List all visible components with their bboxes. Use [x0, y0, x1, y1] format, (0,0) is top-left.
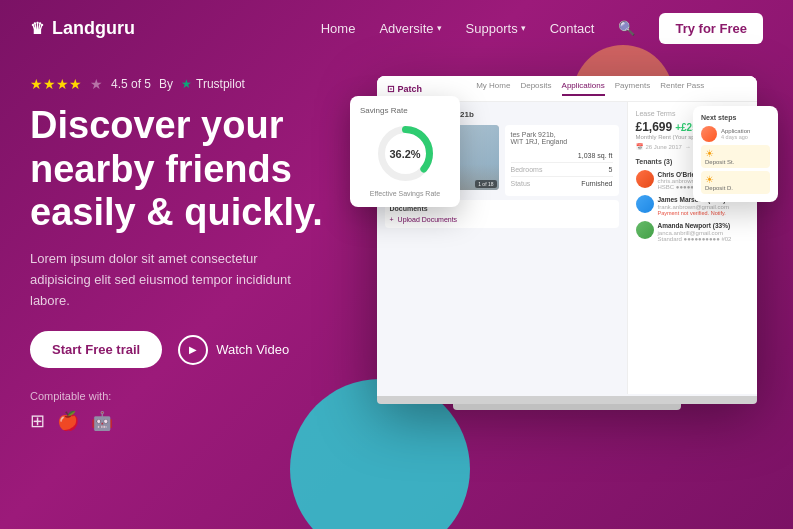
play-icon: ▶ [178, 335, 208, 365]
laptop-stand [453, 404, 681, 410]
donut-center: 36.2% [389, 148, 420, 160]
watch-video-button[interactable]: ▶ Watch Video [178, 335, 289, 365]
trustpilot-label: Trustpilot [196, 77, 245, 91]
stars-full: ★★★★ [30, 76, 82, 92]
next-item-info: Application 4 days ago [721, 128, 750, 140]
tenant-avatar-2 [636, 195, 654, 213]
savings-title: Savings Rate [360, 106, 450, 115]
start-free-trail-button[interactable]: Start Free trail [30, 331, 162, 368]
main-content: ★★★★ ★ 4.5 of 5 By ★ Trustpilot Discover… [0, 56, 793, 432]
app-name: Patch [398, 84, 423, 94]
tab-payments[interactable]: Payments [615, 81, 651, 96]
brand-name: Landguru [52, 18, 135, 39]
nav-adversite[interactable]: Adversite ▾ [379, 21, 441, 36]
upload-documents-button[interactable]: + Upload Documents [390, 216, 614, 223]
headline-line3: easily & quickly. [30, 191, 323, 233]
nav-supports-label: Supports [466, 21, 518, 36]
deposit-label-1: Deposit St. [705, 159, 766, 165]
bedrooms-label: Bedrooms [511, 166, 543, 173]
nav-contact[interactable]: Contact [550, 21, 595, 36]
android-icon: 🤖 [91, 410, 113, 432]
try-for-free-button[interactable]: Try for Free [659, 13, 763, 44]
plus-icon: + [390, 216, 394, 223]
property-details: tes Park 921b, WIT 1RJ, England 1,038 sq… [505, 125, 619, 196]
deposit-item-1: ☀ Deposit St. [701, 145, 770, 168]
tab-applications[interactable]: Applications [562, 81, 605, 96]
apple-icon: 🍎 [57, 410, 79, 432]
app-preview-section: Savings Rate 36.2% Effective Savings Rat… [370, 66, 763, 432]
nav-home[interactable]: Home [321, 21, 356, 36]
nav-links: Home Adversite ▾ Supports ▾ Contact 🔍 Tr… [321, 13, 763, 44]
tenant-avatar-1 [636, 170, 654, 188]
status-label: Status [511, 180, 531, 187]
nav-supports[interactable]: Supports ▾ [466, 21, 526, 36]
brand-logo[interactable]: ♛ Landguru [30, 18, 135, 39]
savings-label: Effective Savings Rate [360, 190, 450, 197]
headline-line2: nearby friends [30, 148, 292, 190]
donut-chart: 36.2% [373, 121, 438, 186]
upload-label: Upload Documents [398, 216, 458, 223]
tenant-name-3: Amanda Newport (33%) [658, 222, 731, 229]
nav-adversite-label: Adversite [379, 21, 433, 36]
next-time: 4 days ago [721, 134, 750, 140]
tenant-status-2: Payment not verified. Notify. [658, 210, 749, 216]
tenant-row: Amanda Newport (33%) janca.anbrill@gmail… [636, 221, 749, 242]
watch-video-label: Watch Video [216, 342, 289, 357]
deposit-item-2: ☀ Deposit D. [701, 171, 770, 194]
savings-value: 36.2% [389, 148, 420, 160]
tab-deposits[interactable]: Deposits [520, 81, 551, 96]
bedrooms-row: Bedrooms 5 [511, 163, 613, 177]
rating-by: By [159, 77, 173, 91]
photo-counter: 1 of 18 [475, 180, 496, 188]
search-icon[interactable]: 🔍 [618, 20, 635, 36]
app-tabs: My Home Deposits Applications Payments R… [434, 81, 746, 96]
cta-row: Start Free trail ▶ Watch Video [30, 331, 350, 368]
next-steps-title: Next steps [701, 114, 770, 121]
app-logo: ⊡ Patch [387, 84, 423, 94]
trustpilot-icon: ★ [181, 77, 192, 91]
deposit-icon-1: ☀ [705, 148, 766, 159]
hero-subtext: Lorem ipsum dolor sit amet consectetur a… [30, 249, 310, 311]
crown-icon: ♛ [30, 19, 44, 38]
hero-section: ★★★★ ★ 4.5 of 5 By ★ Trustpilot Discover… [30, 66, 350, 432]
bedrooms-value: 5 [609, 166, 613, 173]
sqft-value: 1,038 sq. ft [578, 152, 613, 159]
compatible-label: Compitable with: [30, 390, 350, 402]
laptop-base [377, 396, 757, 404]
windows-icon: ⊞ [30, 410, 45, 432]
hero-headline: Discover your nearby friends easily & qu… [30, 104, 350, 235]
tenant-info-3: Amanda Newport (33%) janca.anbrill@gmail… [658, 221, 749, 242]
deposit-label-2: Deposit D. [705, 185, 766, 191]
sqft-row: 1,038 sq. ft [511, 149, 613, 163]
chevron-down-icon: ▾ [521, 23, 526, 33]
tenant-bank-3: Standard ●●●●●●●●●● #02 [658, 236, 749, 242]
rating-row: ★★★★ ★ 4.5 of 5 By ★ Trustpilot [30, 76, 350, 92]
app-logo-icon: ⊡ [387, 84, 395, 94]
headline-line1: Discover your [30, 104, 283, 146]
trustpilot-badge: ★ Trustpilot [181, 77, 245, 91]
deposit-icon-2: ☀ [705, 174, 766, 185]
nav-home-label: Home [321, 21, 356, 36]
tab-renterpass[interactable]: Renter Pass [660, 81, 704, 96]
navbar: ♛ Landguru Home Adversite ▾ Supports ▾ C… [0, 0, 793, 56]
next-avatar [701, 126, 717, 142]
next-steps-card: Next steps Application 4 days ago ☀ Depo… [693, 106, 778, 202]
platform-icons: ⊞ 🍎 🤖 [30, 410, 350, 432]
savings-card: Savings Rate 36.2% Effective Savings Rat… [350, 96, 460, 207]
nav-contact-label: Contact [550, 21, 595, 36]
chevron-down-icon: ▾ [437, 23, 442, 33]
next-steps-item: Application 4 days ago [701, 126, 770, 142]
calendar-icon: 📅 [636, 143, 643, 150]
status-row: Status Furnished [511, 177, 613, 190]
status-value: Furnished [581, 180, 612, 187]
date-from: 26 June 2017 [646, 144, 682, 150]
rating-text: 4.5 of 5 [111, 77, 151, 91]
tab-myhome[interactable]: My Home [476, 81, 510, 96]
property-address: tes Park 921b, WIT 1RJ, England [511, 131, 613, 145]
tenant-avatar-3 [636, 221, 654, 239]
lease-price: £1,699 [636, 120, 673, 134]
star-empty: ★ [90, 76, 103, 92]
